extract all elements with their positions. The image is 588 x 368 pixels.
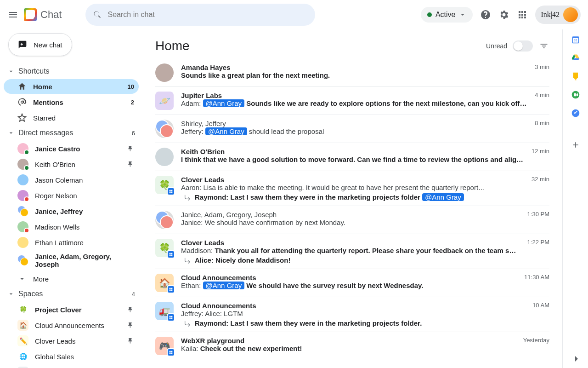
sidebar-space-item[interactable]: ✏️Clover Leads xyxy=(4,333,139,349)
space-avatar-icon: 🪐 xyxy=(155,92,174,110)
feed-body: Sounds like a great plan for the next me… xyxy=(181,71,527,79)
help-button[interactable] xyxy=(480,9,491,20)
home-icon xyxy=(17,82,27,91)
feed-name: Amanda Hayes xyxy=(181,63,527,71)
sidebar-dm-item[interactable]: Madison Wells xyxy=(4,219,139,235)
reply-arrow-icon xyxy=(184,257,191,264)
mentions-icon xyxy=(17,98,27,107)
sidebar-item-starred[interactable]: Starred xyxy=(4,110,139,125)
feed-name: Jupiter Labs xyxy=(181,92,527,99)
feed-time: 1:30 PM xyxy=(527,211,549,229)
search-input[interactable] xyxy=(107,11,308,19)
reply-arrow-icon xyxy=(184,320,191,327)
sidebar-space-item[interactable]: 🏠Cloud Announcements xyxy=(4,317,139,333)
caret-down-icon xyxy=(7,290,15,298)
feed-time: 1:22 PM xyxy=(527,239,549,264)
feed-time: 3 min xyxy=(535,63,549,82)
space-icon: 🍀 xyxy=(17,304,28,315)
dm-label: Direct messages xyxy=(18,129,73,137)
status-dot-icon xyxy=(427,12,432,17)
group-avatar-icon xyxy=(155,120,174,138)
mention-chip[interactable]: @Ann Gray xyxy=(203,282,245,289)
star-icon xyxy=(17,113,27,122)
unread-label: Unread xyxy=(486,42,507,50)
feed-row[interactable]: Shirley, JefferyJeffery: @Ann Gray shoul… xyxy=(155,115,549,143)
dm-header[interactable]: Direct messages 6 xyxy=(4,126,139,140)
sidebar-dm-item[interactable]: Keith O'Brien xyxy=(4,156,139,172)
space-avatar-icon: 🚛 xyxy=(155,302,174,320)
filter-button[interactable] xyxy=(538,40,549,52)
feed-row[interactable]: 🎮WebXR playgroundKaila: Check out the ne… xyxy=(155,332,549,360)
feed-name: Cloud Announcements xyxy=(181,274,517,282)
sidebar-dm-item[interactable]: Janice Castro xyxy=(4,141,139,156)
apps-button[interactable] xyxy=(517,9,528,20)
mentions-count: 2 xyxy=(131,99,134,106)
mention-chip[interactable]: @Ann Gray xyxy=(205,127,247,135)
account-chip[interactable]: Ink|42 xyxy=(535,6,581,24)
pin-icon xyxy=(127,322,134,329)
avatar-icon xyxy=(155,148,174,166)
feed-row[interactable]: 🚛Cloud AnnouncementsJeffrey: Alice: LGTM… xyxy=(155,297,549,332)
space-icon: 🏠 xyxy=(17,320,28,331)
sidebar-dm-item[interactable]: Janice, Jeffrey xyxy=(4,203,139,219)
pin-icon xyxy=(127,161,134,168)
main-menu-icon[interactable] xyxy=(7,9,18,20)
home-label: Home xyxy=(33,83,52,91)
feed-row[interactable]: 🍀Clover LeadsAaron: Lisa is able to make… xyxy=(155,171,549,206)
sidebar-dm-item[interactable]: Jason Coleman xyxy=(4,172,139,188)
sidebar-item-home[interactable]: Home 10 xyxy=(4,79,139,94)
new-chat-icon xyxy=(18,40,27,49)
feed-row[interactable]: 🪐Jupiter LabsAdam: @Ann Gray Sounds like… xyxy=(155,87,549,115)
rail-expand-button[interactable] xyxy=(571,353,580,362)
space-icon: 🌐 xyxy=(17,351,28,362)
feed-row[interactable]: Keith O'BrienI think that we have a good… xyxy=(155,143,549,171)
dm-name: Keith O'Brien xyxy=(35,161,75,168)
mention-chip[interactable]: @Ann Gray xyxy=(203,99,245,107)
app-logo[interactable]: Chat xyxy=(24,8,62,21)
group-avatar-icon xyxy=(155,211,174,229)
feed-name: WebXR playground xyxy=(181,337,516,345)
settings-button[interactable] xyxy=(498,9,509,20)
sidebar-dm-item[interactable]: Janice, Adam, Gregory, Joseph xyxy=(4,250,139,270)
sidebar-space-item[interactable]: 🌐Global Sales xyxy=(4,349,139,364)
search-box[interactable] xyxy=(85,4,315,26)
status-chip[interactable]: Active xyxy=(421,7,473,23)
reply-line: Raymond: Last I saw them they were in th… xyxy=(181,193,524,201)
rail-separator xyxy=(570,129,581,129)
shortcuts-header[interactable]: Shortcuts xyxy=(4,64,139,78)
rail-keep-icon[interactable] xyxy=(571,72,580,81)
rail-tasks-icon[interactable] xyxy=(571,109,580,118)
reply-arrow-icon xyxy=(184,194,191,201)
chat-logo-icon xyxy=(24,8,37,21)
feed-row[interactable]: 🍀Clover LeadsMaddison: Thank you all for… xyxy=(155,234,549,269)
unread-toggle[interactable] xyxy=(513,40,533,52)
account-label: Ink|42 xyxy=(541,11,560,19)
rail-meet-icon[interactable] xyxy=(571,90,580,99)
new-chat-button[interactable]: New chat xyxy=(8,33,72,56)
rail-addons-button[interactable] xyxy=(571,140,580,150)
sidebar-space-item[interactable]: 🍀Project Clover xyxy=(4,302,139,317)
rail-calendar-icon[interactable]: 31 xyxy=(571,35,580,44)
spaces-header[interactable]: Spaces 4 xyxy=(4,287,139,301)
sidebar-item-mentions[interactable]: Mentions 2 xyxy=(4,95,139,109)
pin-icon xyxy=(127,145,134,152)
feed-row[interactable]: 🏠Cloud AnnouncementsEthan: @Ann Gray We … xyxy=(155,269,549,297)
sidebar-space-item[interactable]: 🏛️Marketing EMEA xyxy=(4,364,139,368)
feed-time: 4 min xyxy=(535,92,549,110)
space-name: Clover Leads xyxy=(35,337,75,345)
sidebar-dm-item[interactable]: Roger Nelson xyxy=(4,188,139,203)
rail-drive-icon[interactable] xyxy=(571,53,580,63)
feed-body: Kaila: Check out the new experiment! xyxy=(181,345,516,352)
app-name: Chat xyxy=(40,9,62,21)
chevron-down-icon xyxy=(17,274,27,283)
feed-row[interactable]: Amanda HayesSounds like a great plan for… xyxy=(155,59,549,87)
sidebar-dm-item[interactable]: Ethan Lattimore xyxy=(4,235,139,250)
dm-name: Ethan Lattimore xyxy=(35,239,84,247)
mention-chip[interactable]: @Ann Gray xyxy=(422,193,464,201)
feed-time: 10 AM xyxy=(532,302,549,327)
side-rail: 31 xyxy=(562,29,588,368)
group-avatar-icon xyxy=(17,206,28,217)
svg-rect-3 xyxy=(575,80,576,80)
feed-row[interactable]: Janice, Adam, Gregory, JosephJanice: We … xyxy=(155,206,549,234)
sidebar-item-more[interactable]: More xyxy=(4,271,139,286)
